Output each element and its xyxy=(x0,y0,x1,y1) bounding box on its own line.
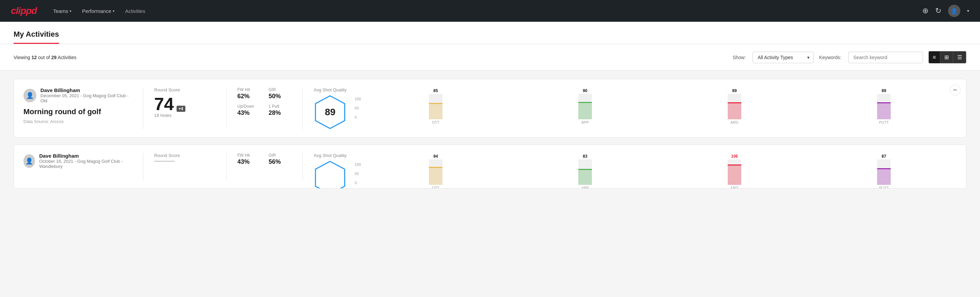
stats-grid-2: FW Hit 43% GIR 56% xyxy=(237,153,292,166)
bar-putt-label: PUTT xyxy=(879,120,889,125)
y-axis-0: 0 xyxy=(355,115,361,119)
compact-view-button[interactable]: ☰ xyxy=(953,51,966,63)
nav-item-teams[interactable]: Teams ▾ xyxy=(53,7,71,15)
bar-arg-line-2 xyxy=(728,164,741,166)
chevron-down-icon: ▾ xyxy=(113,9,115,13)
viewing-count: 12 xyxy=(32,55,37,60)
show-label: Show: xyxy=(732,55,746,60)
viewing-text: Viewing 12 out of 29 Activities xyxy=(14,55,76,60)
chevron-down-icon: ▾ xyxy=(70,9,71,13)
y-axis-100: 100 xyxy=(355,97,361,101)
grid-view-button[interactable]: ⊞ xyxy=(940,51,953,63)
nav-teams-label: Teams xyxy=(53,8,68,14)
activity-type-select-wrapper: All Activity Types xyxy=(752,52,814,63)
y-axis-100-2: 100 xyxy=(355,163,361,166)
viewing-out-of: out of xyxy=(38,55,50,60)
account-chevron-icon[interactable]: ▾ xyxy=(967,8,969,13)
list-view-button[interactable]: ≡ xyxy=(929,51,940,63)
bar-arg-fill-2 xyxy=(728,164,741,185)
viewing-total: 29 xyxy=(51,55,57,60)
card-divider-3 xyxy=(302,87,303,129)
hexagon-svg-2 xyxy=(315,161,345,188)
user-info: Dave Billingham December 05, 2021 - Gog … xyxy=(40,87,132,103)
card-divider-2-3 xyxy=(302,153,303,180)
bar-app-value-2: 83 xyxy=(583,154,587,159)
user-avatar[interactable]: 👤 xyxy=(948,5,960,17)
bar-ott-track xyxy=(429,94,442,119)
bar-putt-line-2 xyxy=(877,168,891,169)
fw-hit-stat: FW Hit 62% xyxy=(237,87,261,100)
bar-arg-value: 89 xyxy=(732,88,737,93)
activity-type-select[interactable]: All Activity Types xyxy=(752,52,814,63)
refresh-icon[interactable]: ↻ xyxy=(935,6,941,15)
page-title: My Activities xyxy=(14,30,59,44)
filter-bar: Viewing 12 out of 29 Activities Show: Al… xyxy=(0,44,980,71)
nav-item-activities[interactable]: Activities xyxy=(125,7,145,15)
round-score-label: Round Score xyxy=(154,87,215,93)
bar-putt-value: 89 xyxy=(881,88,886,93)
bar-arg-track xyxy=(728,94,741,119)
activity-title: Morning round of golf xyxy=(24,107,132,116)
fw-hit-value-2: 43% xyxy=(237,158,261,166)
user-info-2: Dave Billingham October 16, 2021 - Gog M… xyxy=(39,153,132,169)
search-input[interactable] xyxy=(848,52,923,63)
page-header: My Activities xyxy=(0,22,980,44)
bar-arg-fill xyxy=(728,102,741,119)
card-divider-2-2 xyxy=(226,153,226,180)
oneputt-stat: 1 Putt 28% xyxy=(269,104,292,117)
bar-app-2: 83 APP xyxy=(512,154,658,188)
view-toggles: ≡ ⊞ ☰ xyxy=(928,51,966,64)
bar-arg-label: ARG xyxy=(730,120,738,125)
fw-hit-label: FW Hit xyxy=(237,87,261,92)
user-date: December 05, 2021 - Gog Magog Golf Club … xyxy=(40,93,132,103)
card-divider-2 xyxy=(226,87,226,129)
activities-content: 👤 Dave Billingham December 05, 2021 - Go… xyxy=(0,71,980,204)
viewing-activities-label: Activities xyxy=(58,55,76,60)
y-axis-0-2: 0 xyxy=(355,181,361,185)
bar-arg-2: 106 ARG xyxy=(662,154,807,188)
edit-button[interactable]: ✏ xyxy=(950,85,961,96)
bar-chart: 100 50 0 85 OTT xyxy=(355,92,956,125)
logo[interactable]: clippd xyxy=(11,5,37,16)
hexagon-container-2 xyxy=(314,161,347,188)
bar-putt-2: 87 PUTT xyxy=(811,154,956,188)
hexagon-container: 89 xyxy=(314,95,347,129)
bar-app-label-2: APP xyxy=(581,186,589,188)
add-circle-icon[interactable]: ⊕ xyxy=(922,6,928,15)
hexagon: 89 xyxy=(315,95,345,129)
bar-putt-track-2 xyxy=(877,160,891,185)
keywords-label: Keywords: xyxy=(819,55,841,60)
bar-arg-line xyxy=(728,102,741,103)
bars-container: 85 OTT 90 xyxy=(363,92,956,125)
avatar-2: 👤 xyxy=(24,154,35,168)
bar-ott-line-2 xyxy=(429,167,442,168)
bars-container-2: 94 OTT 83 xyxy=(363,158,956,188)
avg-shot-quality-label: Avg Shot Quality xyxy=(314,87,347,93)
data-source: Data Source: Arccos xyxy=(24,119,132,124)
bar-app-track xyxy=(578,94,592,119)
updown-stat: Up/Down 43% xyxy=(237,104,261,117)
shot-quality-left: Avg Shot Quality 89 xyxy=(314,87,347,129)
round-score-section: Round Score 74 +4 18 Holes xyxy=(154,87,215,118)
bar-ott-fill xyxy=(429,103,442,119)
bar-putt-value-2: 87 xyxy=(881,154,886,159)
bar-ott-fill-2 xyxy=(429,167,442,185)
bar-app-label: APP xyxy=(581,120,589,125)
nav-item-performance[interactable]: Performance ▾ xyxy=(82,7,115,15)
bar-app-track-2 xyxy=(578,160,592,185)
gir-stat: GIR 50% xyxy=(269,87,292,100)
shot-quality-left-2: Avg Shot Quality xyxy=(314,153,347,188)
bar-putt-track xyxy=(877,94,891,119)
avatar-person-icon-2: 👤 xyxy=(25,157,33,165)
bar-app-line xyxy=(578,102,592,103)
fw-hit-stat-2: FW Hit 43% xyxy=(237,153,261,166)
stats-section-2: FW Hit 43% GIR 56% xyxy=(237,153,292,166)
updown-label: Up/Down xyxy=(237,104,261,109)
hexagon-2 xyxy=(315,161,345,188)
navbar: clippd Teams ▾ Performance ▾ Activities … xyxy=(0,0,980,22)
bar-ott-label-2: OTT xyxy=(432,186,439,188)
bar-arg: 89 ARG xyxy=(662,88,807,125)
bar-ott-label: OTT xyxy=(432,120,439,125)
nav-right: ⊕ ↻ 👤 ▾ xyxy=(922,5,969,17)
gir-stat-2: GIR 56% xyxy=(269,153,292,166)
